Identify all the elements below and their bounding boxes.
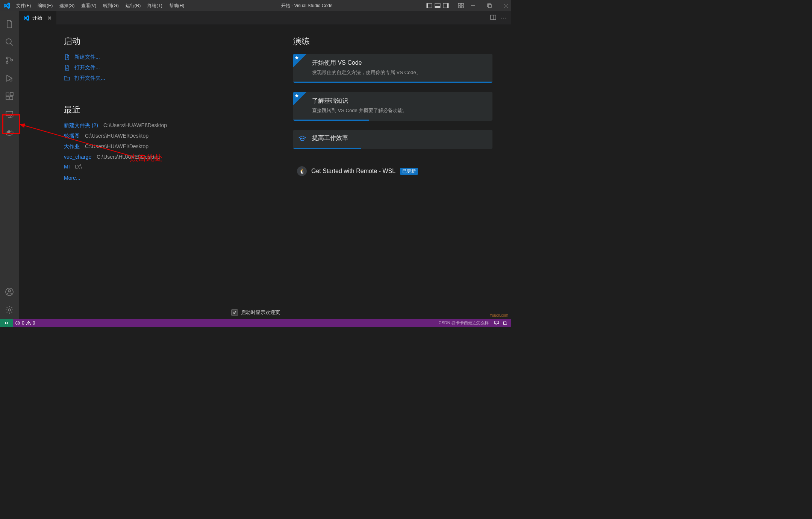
menu-edit[interactable]: 编辑(E) xyxy=(35,2,56,10)
tab-close-icon[interactable]: ✕ xyxy=(47,15,52,21)
minimize-icon[interactable] xyxy=(471,3,475,8)
walkthrough-card-productivity[interactable]: 提高工作效率 xyxy=(293,130,492,149)
layout-panel-icon[interactable] xyxy=(435,3,441,9)
start-heading: 启动 xyxy=(64,36,263,47)
layout-sidebar-left-icon[interactable] xyxy=(426,3,432,9)
svg-rect-22 xyxy=(6,97,9,100)
walkthrough-heading: 演练 xyxy=(293,36,492,47)
tab-bar: 开始 ✕ ⋯ xyxy=(19,11,511,24)
recent-item[interactable]: MID:\ xyxy=(64,164,263,170)
walkthrough-remote-wsl[interactable]: 🐧 Get Started with Remote - WSL 已更新 xyxy=(293,164,492,178)
source-control-icon[interactable] xyxy=(0,51,18,69)
title-bar: 文件(F) 编辑(E) 选择(S) 查看(V) 转到(G) 运行(R) 终端(T… xyxy=(0,0,511,11)
menu-terminal[interactable]: 终端(T) xyxy=(144,2,165,10)
recent-item[interactable]: 大作业C:\Users\HUAWEI\Desktop xyxy=(64,143,263,150)
open-file-link[interactable]: 打开文件... xyxy=(64,64,263,71)
svg-point-17 xyxy=(6,57,8,59)
svg-rect-9 xyxy=(461,6,464,8)
feedback-icon[interactable] xyxy=(494,320,499,326)
menu-select[interactable]: 选择(S) xyxy=(56,2,77,10)
customize-layout-icon[interactable] xyxy=(458,3,464,9)
vscode-icon xyxy=(23,15,29,21)
update-badge: 已更新 xyxy=(400,168,418,175)
layout-sidebar-right-icon[interactable] xyxy=(443,3,449,9)
recent-item[interactable]: 新建文件夹 (2)C:\Users\HUAWEI\Desktop xyxy=(64,122,263,129)
more-actions-icon[interactable]: ⋯ xyxy=(501,14,507,22)
svg-rect-8 xyxy=(458,6,461,8)
svg-rect-7 xyxy=(461,3,464,5)
show-welcome-label: 启动时显示欢迎页 xyxy=(241,309,280,316)
svg-rect-6 xyxy=(458,3,461,5)
menu-bar: 文件(F) 编辑(E) 选择(S) 查看(V) 转到(G) 运行(R) 终端(T… xyxy=(13,2,187,10)
window-title: 开始 - Visual Studio Code xyxy=(187,3,426,9)
maximize-icon[interactable] xyxy=(487,3,492,8)
error-icon xyxy=(15,320,20,326)
new-file-icon xyxy=(64,54,71,60)
linux-icon: 🐧 xyxy=(297,166,307,176)
menu-help[interactable]: 帮助(H) xyxy=(166,2,188,10)
accounts-icon[interactable] xyxy=(0,283,18,301)
star-icon: ★ xyxy=(294,93,299,99)
recent-list: 新建文件夹 (2)C:\Users\HUAWEI\Desktop 轮播图C:\U… xyxy=(64,122,263,181)
open-file-icon xyxy=(64,65,71,71)
show-welcome-checkbox[interactable] xyxy=(231,309,238,316)
explorer-icon[interactable] xyxy=(0,15,18,33)
warning-icon xyxy=(26,320,31,326)
csdn-watermark: CSDN @卡卡西最近怎么样 xyxy=(439,320,489,326)
svg-point-15 xyxy=(6,39,11,44)
svg-point-20 xyxy=(10,79,12,81)
svg-rect-23 xyxy=(10,97,13,100)
svg-rect-24 xyxy=(10,93,13,96)
open-folder-link[interactable]: 打开文件夹... xyxy=(64,75,263,82)
status-problems[interactable]: 0 0 xyxy=(13,320,37,326)
recent-item[interactable]: vue_chargeC:\Users\HUAWEI\Desktop xyxy=(64,154,263,160)
svg-point-18 xyxy=(6,62,8,64)
menu-view[interactable]: 查看(V) xyxy=(78,2,99,10)
annotation-highlight-box xyxy=(2,114,20,134)
walkthrough-card-getstarted[interactable]: ★ 开始使用 VS Code 发现最佳的自定义方法，使用你的专属 VS Code… xyxy=(293,54,492,83)
annotation-text: 点击此处 xyxy=(130,152,163,164)
remote-indicator[interactable] xyxy=(0,319,13,327)
search-icon[interactable] xyxy=(0,33,18,51)
editor-area: 开始 ✕ ⋯ 启动 新建文件... 打开文件... xyxy=(19,11,511,319)
star-icon: ★ xyxy=(294,55,299,61)
new-file-link[interactable]: 新建文件... xyxy=(64,54,263,61)
status-bar: 0 0 xyxy=(0,319,511,327)
menu-go[interactable]: 转到(G) xyxy=(100,2,121,10)
recent-item[interactable]: 轮播图C:\Users\HUAWEI\Desktop xyxy=(64,133,263,140)
svg-point-32 xyxy=(8,309,11,311)
svg-rect-3 xyxy=(435,6,440,8)
tab-label: 开始 xyxy=(32,15,42,21)
close-icon[interactable] xyxy=(504,3,508,8)
folder-icon xyxy=(64,75,71,81)
svg-point-19 xyxy=(11,59,13,61)
activity-bar xyxy=(0,11,19,319)
watermark-text: Yuucn.com xyxy=(490,313,508,317)
vscode-logo-icon xyxy=(0,2,13,9)
svg-rect-5 xyxy=(447,3,448,8)
notifications-icon[interactable] xyxy=(502,320,508,326)
recent-more-link[interactable]: More... xyxy=(64,175,263,181)
svg-point-31 xyxy=(8,290,11,292)
walkthrough-card-basics[interactable]: ★ 了解基础知识 直接跳转到 VS Code 并概要了解必备功能。 xyxy=(293,92,492,121)
menu-file[interactable]: 文件(F) xyxy=(13,2,34,10)
svg-rect-12 xyxy=(488,5,491,8)
split-editor-icon[interactable] xyxy=(490,14,496,22)
svg-line-16 xyxy=(11,43,13,46)
run-debug-icon[interactable] xyxy=(0,69,18,87)
graduation-cap-icon xyxy=(298,135,306,144)
extensions-icon[interactable] xyxy=(0,87,18,105)
tab-welcome[interactable]: 开始 ✕ xyxy=(19,11,56,24)
settings-gear-icon[interactable] xyxy=(0,301,18,319)
svg-rect-1 xyxy=(427,3,428,8)
recent-heading: 最近 xyxy=(64,104,263,115)
svg-rect-21 xyxy=(6,93,9,96)
menu-run[interactable]: 运行(R) xyxy=(123,2,144,10)
